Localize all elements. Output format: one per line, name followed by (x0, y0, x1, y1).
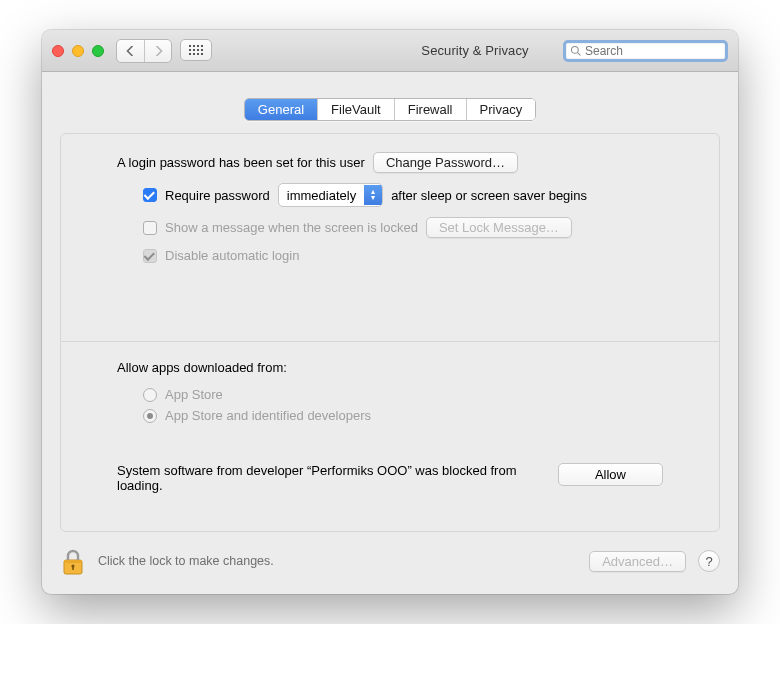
tab-filevault[interactable]: FileVault (317, 99, 394, 120)
forward-button[interactable] (144, 40, 171, 62)
tab-firewall[interactable]: Firewall (394, 99, 466, 120)
svg-point-0 (572, 46, 579, 53)
show-message-checkbox (143, 221, 157, 235)
radio-identified-developers (143, 409, 157, 423)
lock-button[interactable] (60, 546, 86, 576)
chevron-left-icon (126, 46, 135, 56)
lock-hint-text: Click the lock to make changes. (98, 554, 577, 568)
show-all-button[interactable] (180, 39, 212, 61)
minimize-icon[interactable] (72, 45, 84, 57)
zoom-icon[interactable] (92, 45, 104, 57)
search-input[interactable] (585, 44, 721, 58)
close-icon[interactable] (52, 45, 64, 57)
back-button[interactable] (117, 40, 144, 62)
allow-downloads-heading: Allow apps downloaded from: (117, 360, 663, 375)
password-delay-value: immediately (287, 188, 356, 203)
tabs-container: General FileVault Firewall Privacy (42, 72, 738, 133)
search-icon (570, 45, 582, 57)
show-message-label: Show a message when the screen is locked (165, 220, 418, 235)
advanced-button: Advanced… (589, 551, 686, 572)
window-title: Security & Privacy (421, 43, 528, 58)
lock-icon (61, 548, 85, 576)
settings-panel: A login password has been set for this u… (60, 133, 720, 532)
password-set-label: A login password has been set for this u… (117, 155, 365, 170)
after-sleep-label: after sleep or screen saver begins (391, 188, 587, 203)
tab-bar: General FileVault Firewall Privacy (244, 98, 536, 121)
tab-privacy[interactable]: Privacy (466, 99, 536, 120)
system-preferences-window: Security & Privacy General FileVault Fir… (42, 30, 738, 594)
svg-rect-3 (64, 560, 82, 563)
require-password-label: Require password (165, 188, 270, 203)
password-delay-select[interactable]: immediately ▴▾ (278, 183, 383, 207)
svg-line-1 (578, 52, 581, 55)
help-button[interactable]: ? (698, 550, 720, 572)
login-section: A login password has been set for this u… (61, 134, 719, 341)
chevron-right-icon (154, 46, 163, 56)
help-icon: ? (705, 554, 712, 569)
set-lock-message-button: Set Lock Message… (426, 217, 572, 238)
window-controls (52, 45, 104, 57)
download-section: Allow apps downloaded from: App Store Ap… (61, 342, 719, 511)
blocked-software-text: System software from developer “Performi… (117, 463, 538, 493)
allow-button[interactable]: Allow (558, 463, 663, 486)
svg-rect-5 (72, 566, 74, 570)
disable-auto-login-checkbox (143, 249, 157, 263)
grid-icon (189, 45, 203, 55)
tab-general[interactable]: General (245, 99, 317, 120)
radio-app-store-label: App Store (165, 387, 223, 402)
footer: Click the lock to make changes. Advanced… (42, 532, 738, 594)
nav-buttons (116, 39, 212, 63)
blocked-software-row: System software from developer “Performi… (117, 463, 663, 493)
change-password-button[interactable]: Change Password… (373, 152, 518, 173)
updown-icon: ▴▾ (364, 185, 382, 205)
radio-identified-label: App Store and identified developers (165, 408, 371, 423)
radio-app-store (143, 388, 157, 402)
require-password-checkbox[interactable] (143, 188, 157, 202)
titlebar: Security & Privacy (42, 30, 738, 72)
disable-auto-login-label: Disable automatic login (165, 248, 299, 263)
search-field[interactable] (563, 40, 728, 62)
